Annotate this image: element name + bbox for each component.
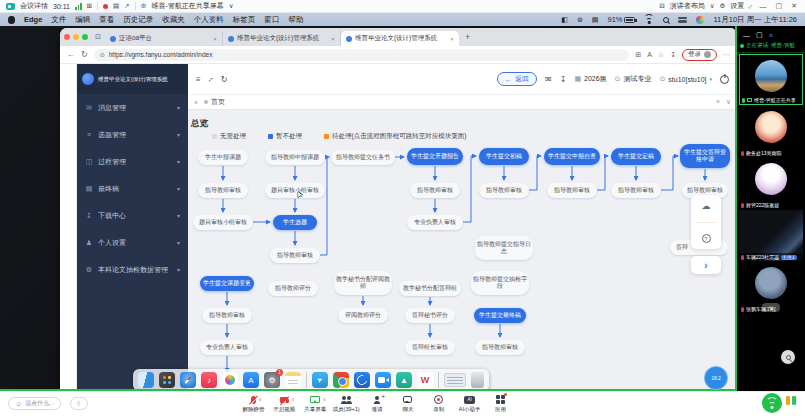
collapse-tile-button[interactable]: ∨	[762, 303, 780, 312]
layout-selector[interactable]: 演讲者布局	[670, 1, 705, 11]
participant-tile[interactable]: 教务处13吴雨阳	[739, 106, 803, 157]
chrome-icon[interactable]	[333, 372, 349, 388]
menubar-item[interactable]: 帮助	[288, 15, 303, 25]
major-selector[interactable]: ⊙测试专业	[615, 74, 652, 84]
menubar-app-name[interactable]: Edge	[24, 15, 42, 24]
launchpad-icon[interactable]	[159, 372, 175, 388]
menubar-clock[interactable]: 11月10日 周一 上午11:26	[713, 15, 797, 25]
sidebar-item-下载中心[interactable]: ↧下载中心▾	[77, 202, 188, 229]
flow-node[interactable]: 答辩秘书评分	[405, 308, 455, 323]
photos-icon[interactable]	[222, 372, 238, 388]
close-button[interactable]: ✕	[789, 2, 799, 10]
meeting-control-共享屏幕[interactable]: ∨共享屏幕	[300, 394, 331, 413]
scroll-left-icon[interactable]: «	[194, 99, 198, 106]
control-caret-icon[interactable]: ∨	[323, 396, 327, 402]
flow-node[interactable]: 题目审核小组审核	[193, 215, 253, 230]
tab-actions-caret[interactable]: ∨	[726, 98, 731, 106]
flow-node[interactable]: 学生提交中期自查	[544, 148, 600, 165]
flow-node[interactable]: 专业负责人审核	[407, 215, 463, 230]
menubar-item[interactable]: 编辑	[75, 15, 90, 25]
menubar-item[interactable]: 个人资料	[194, 15, 224, 25]
help-icon[interactable]: ?	[702, 234, 711, 243]
sidebar-item-个人设置[interactable]: ♟个人设置▾	[77, 229, 188, 256]
browser-tab[interactable]: 泛语oa平台×	[105, 31, 223, 46]
panel-maximize-icon[interactable]: ▢	[756, 31, 763, 39]
login-button[interactable]: 登录	[682, 49, 717, 61]
back-button[interactable]: ←返回	[497, 72, 537, 86]
menubar-item[interactable]: 历史记录	[123, 15, 153, 25]
meeting-detail-button[interactable]: 会议详情	[20, 1, 48, 11]
flow-node[interactable]: 学生提交答辩资格申请	[680, 144, 730, 168]
battery-indicator[interactable]: 91%	[607, 15, 635, 24]
new-tab-button[interactable]: +	[465, 32, 470, 42]
download-icon[interactable]: ↧	[560, 75, 567, 84]
flow-node[interactable]: 评阅教师评分	[338, 308, 388, 323]
flow-node[interactable]: 指导教师审核	[198, 183, 248, 198]
notes-icon[interactable]	[285, 372, 301, 388]
control-caret-icon[interactable]: ∨	[258, 396, 262, 402]
flow-node[interactable]: 学生提交最终稿	[474, 308, 526, 323]
settings-button[interactable]: 设置	[730, 1, 744, 11]
zoom-magnifier-button[interactable]	[781, 350, 795, 364]
fullscreen-icon[interactable]: ↕	[747, 2, 754, 9]
collapse-sidebar-icon[interactable]: ≡	[196, 75, 201, 84]
flow-node[interactable]: 答辩组长审核	[405, 340, 455, 355]
status-icon[interactable]: ◧	[561, 16, 568, 24]
flow-node[interactable]: 指导教师审核	[547, 183, 597, 198]
expand-icon[interactable]: ↕	[206, 74, 215, 83]
apple-menu-icon[interactable]	[8, 16, 15, 24]
flow-node[interactable]: 指导教师审核	[611, 183, 661, 198]
flow-node[interactable]: 教学秘书分配评阅教师	[334, 271, 392, 295]
sidebar-item-本科论文抽检数据管理[interactable]: ⚙本科论文抽检数据管理▾	[77, 256, 188, 283]
control-center-icon[interactable]	[678, 16, 687, 23]
meeting-control-AI小助手[interactable]: AIAI小助手	[454, 394, 485, 413]
flow-node[interactable]: 指导教师审核	[270, 248, 320, 263]
trash-icon[interactable]	[471, 372, 484, 388]
status-icon[interactable]: ⊚	[577, 16, 583, 24]
keyboard-icon[interactable]: ▤	[592, 16, 599, 24]
meeting-control-应用[interactable]: 应用	[485, 394, 516, 413]
site-info-icon[interactable]: ⊙	[100, 51, 105, 58]
spotlight-icon[interactable]	[663, 17, 669, 23]
flow-node[interactable]: 指导教师评分	[268, 281, 318, 296]
participant-tile[interactable]: 维普-管航正在共享	[739, 54, 803, 105]
favorite-icon[interactable]: ☆	[658, 51, 664, 59]
sharing-caret-icon[interactable]: ∨	[229, 2, 234, 10]
readaloud-icon[interactable]: A	[647, 51, 652, 58]
minimize-button[interactable]: —	[758, 3, 769, 10]
participant-tile[interactable]: 财管222陈嘉妮	[739, 158, 803, 209]
flow-node[interactable]: 学生提交课题变更	[200, 276, 254, 291]
appstore-icon[interactable]: A	[243, 372, 259, 388]
docs-icon[interactable]: ▤	[113, 2, 119, 10]
back-icon[interactable]: ←	[67, 50, 75, 59]
layout-caret-icon[interactable]: ∨	[710, 2, 715, 10]
control-caret-icon[interactable]: ∨	[291, 396, 295, 402]
popout-icon[interactable]: ⊞	[87, 2, 92, 10]
sidebar-item-最终稿[interactable]: ▤最终稿▾	[77, 175, 188, 202]
meeting-control-开启视频[interactable]: ∨开启视频	[269, 394, 300, 413]
meeting-control-解除静音[interactable]: ∨解除静音	[238, 394, 269, 413]
flow-node[interactable]: 指导教师审核	[479, 183, 529, 198]
flow-node[interactable]: 指导教师提交任务书	[331, 150, 395, 165]
meeting-control-邀请[interactable]: 邀请	[362, 394, 393, 413]
flow-node[interactable]: 指导教师审核	[202, 308, 252, 323]
more-menu-icon[interactable]: ⋯	[723, 51, 730, 59]
maximize-button[interactable]: ▢	[774, 2, 785, 10]
teal-docs-icon[interactable]: ▲	[396, 372, 412, 388]
flow-node[interactable]: 指导教师申报课题	[265, 150, 325, 165]
safari-icon[interactable]	[180, 372, 196, 388]
refresh-icon[interactable]: ↻	[221, 75, 228, 84]
blue-swirl-icon[interactable]	[354, 372, 370, 388]
traffic-minimize-button[interactable]	[73, 34, 79, 40]
year-selector[interactable]: ▦2026届	[574, 74, 606, 84]
panel-minimize-icon[interactable]: —	[743, 32, 750, 39]
participant-tile[interactable]: 张鹏车辆工程∨	[739, 262, 803, 313]
paper-plane-icon[interactable]	[312, 372, 328, 388]
menubar-item[interactable]: 文件	[51, 15, 66, 25]
flow-node[interactable]: 指导教师审核	[410, 183, 460, 198]
video-call-icon[interactable]	[375, 372, 391, 388]
logout-power-icon[interactable]	[720, 75, 729, 84]
mail-icon[interactable]: ✉	[545, 75, 552, 84]
panel-layout-icon[interactable]: ≡	[769, 32, 773, 39]
flow-node[interactable]: 学生选题	[273, 215, 317, 230]
